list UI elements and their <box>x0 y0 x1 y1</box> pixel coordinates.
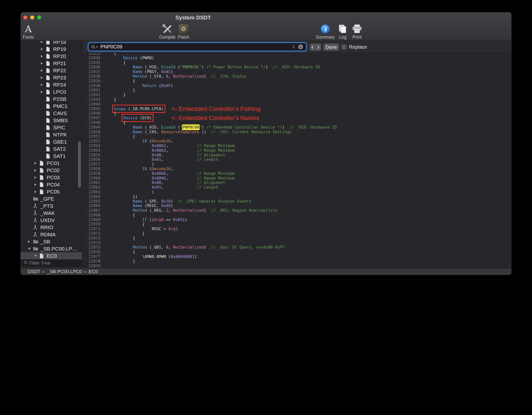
filter-tree-input[interactable] <box>29 260 79 266</box>
sidebar-item-pc03[interactable]: PC03 <box>21 174 82 181</box>
replace-checkbox[interactable] <box>342 44 346 49</box>
close-button[interactable] <box>23 15 27 19</box>
code-line[interactable]: 22972 } <box>82 231 511 236</box>
code-line[interactable]: 22940 Return (0x0F) <box>82 84 511 88</box>
toolbar-print-button[interactable]: Print <box>342 24 372 40</box>
disclosure-triangle-icon[interactable] <box>34 169 39 172</box>
toolbar-fonts-button[interactable]: A Fonts <box>21 24 43 40</box>
sidebar-item-rdma[interactable]: RDMA <box>21 231 82 238</box>
sidebar-item-pmc1[interactable]: PMC1 <box>21 103 82 110</box>
toolbar-patch-button[interactable]: ⚙︎ Patch <box>169 24 198 40</box>
code-line[interactable]: 22954 0x0062, // Range Maximum <box>82 148 511 153</box>
code-line[interactable]: 22957 ) <box>82 162 511 167</box>
find-field[interactable]: 1 × <box>89 43 306 51</box>
sidebar-item-pc05[interactable]: PC05 <box>21 188 82 195</box>
code-line[interactable]: 22978 } <box>82 259 511 264</box>
search-options-icon[interactable] <box>91 44 98 50</box>
code-line[interactable]: 22962 0x01, // Length <box>82 185 511 190</box>
sidebar-item-p2sb[interactable]: P2SB <box>21 95 82 103</box>
sidebar-item-cavs[interactable]: CAVS <box>21 110 82 117</box>
sidebar-item-rp18[interactable]: RP18 <box>21 41 82 45</box>
disclosure-triangle-icon[interactable] <box>41 69 46 72</box>
sidebar-item-lpc0[interactable]: LPC0 <box>21 88 82 95</box>
sidebar-item-_sbpc00lp[interactable]: _SB.PC00.LP… <box>21 245 82 252</box>
code-line[interactable]: 22964 }) <box>82 194 511 199</box>
code-line[interactable]: 22944 <box>82 102 511 107</box>
code-editor[interactable]: 22933 {22934 Device (PWRB)22935 {22936 N… <box>82 53 511 268</box>
code-line[interactable]: 22966 Name (REGC, 0x00) <box>82 204 511 208</box>
disclosure-triangle-icon[interactable] <box>41 62 46 65</box>
breadcrumb-item[interactable]: EC0 <box>89 269 98 274</box>
filter-field[interactable] <box>22 260 81 266</box>
next-match-button[interactable] <box>315 44 321 51</box>
clear-search-icon[interactable]: × <box>298 44 303 49</box>
code-line[interactable]: 22952 IO (Decode16, <box>82 139 511 144</box>
code-line[interactable]: 22979 <box>82 264 511 268</box>
code-line[interactable]: 22958 IO (Decode16, <box>82 167 511 171</box>
sidebar-item-rp22[interactable]: RP22 <box>21 67 82 74</box>
breadcrumb-item[interactable]: _SB.PC00.LPC0 <box>47 269 82 274</box>
disclosure-triangle-icon[interactable] <box>41 84 46 86</box>
code-line[interactable]: 22968 { <box>82 213 511 218</box>
code-line[interactable]: 22945 Scope (_SB.PC00.LPC0)<- Embedded C… <box>82 107 511 111</box>
code-line[interactable]: 22949 Name (_HID, EisaId ("PNP0C09") /* … <box>82 125 511 130</box>
sidebar-item-_pts[interactable]: _PTS <box>21 202 82 209</box>
sidebar-scrollbar[interactable] <box>78 141 81 188</box>
sidebar-item-sat1[interactable]: SAT1 <box>21 152 82 160</box>
code-line[interactable]: 22970 { <box>82 222 511 227</box>
sidebar-item-uxdv[interactable]: UXDV <box>21 217 82 224</box>
sidebar-item-_wak[interactable]: _WAK <box>21 209 82 217</box>
disclosure-triangle-icon[interactable] <box>41 76 46 79</box>
sidebar-item-gbe1[interactable]: GBE1 <box>21 138 82 145</box>
code-line[interactable]: 22942 } <box>82 93 511 97</box>
code-line[interactable]: 22956 0x01, // Length <box>82 157 511 162</box>
disclosure-triangle-icon[interactable] <box>41 48 46 50</box>
code-line[interactable]: 22973 } <box>82 236 511 241</box>
code-line[interactable]: 22948 { <box>82 120 511 125</box>
code-line[interactable]: 22960 0x0066, // Range Maximum <box>82 176 511 181</box>
code-line[interactable]: 22969 If ((Arg0 == 0x03)) <box>82 218 511 222</box>
code-line[interactable]: 22963 ) <box>82 190 511 194</box>
disclosure-triangle-icon[interactable] <box>34 176 39 179</box>
disclosure-triangle-icon[interactable] <box>41 55 46 58</box>
sidebar-item-rrio[interactable]: RRIO <box>21 224 82 231</box>
sidebar-item-rp20[interactable]: RP20 <box>21 53 82 60</box>
sidebar-item-pc04[interactable]: PC04 <box>21 181 82 188</box>
previous-match-button[interactable] <box>310 44 315 51</box>
code-line[interactable]: 22959 0x0066, // Range Minimum <box>82 171 511 176</box>
code-line[interactable]: 22946 { <box>82 111 511 116</box>
code-line[interactable]: 22938 Method (_STA, 0, NotSerialized) //… <box>82 74 511 79</box>
sidebar-item-spic[interactable]: SPIC <box>21 124 82 131</box>
code-line[interactable]: 22977 \AMW0.AMWN (0xA0040001) <box>82 254 511 259</box>
sidebar-item-pc02[interactable]: PC02 <box>21 167 82 174</box>
code-line[interactable]: 22934 Device (PWRB) <box>82 56 511 60</box>
code-line[interactable]: 22974 <box>82 241 511 245</box>
sidebar-item-smbs[interactable]: SMBS <box>21 117 82 124</box>
zoom-button[interactable] <box>37 15 41 19</box>
sidebar-item-rp21[interactable]: RP21 <box>21 60 82 67</box>
sidebar-item-rp23[interactable]: RP23 <box>21 74 82 81</box>
code-line[interactable]: 22935 { <box>82 60 511 65</box>
sidebar-item-_sb[interactable]: _SB <box>21 238 82 245</box>
disclosure-triangle-icon[interactable] <box>34 162 39 164</box>
code-line[interactable]: 22936 Name (_HID, EisaId ("PNP0C0C") /* … <box>82 65 511 70</box>
code-line[interactable]: 22951 { <box>82 134 511 139</box>
code-line[interactable]: 22975 Method (_Q01, 0, NotSerialized) //… <box>82 245 511 250</box>
disclosure-triangle-icon[interactable] <box>28 248 33 250</box>
find-input[interactable] <box>100 43 280 51</box>
disclosure-triangle-icon[interactable] <box>41 41 46 43</box>
sidebar-item-ec0[interactable]: EC0 <box>21 252 82 259</box>
breadcrumb-item[interactable]: DSDT <box>28 269 40 274</box>
code-line[interactable]: 22939 { <box>82 79 511 84</box>
code-line[interactable]: 22971 REGC = Arg1 <box>82 227 511 231</box>
sidebar-item-rp24[interactable]: RP24 <box>21 81 82 88</box>
minimize-button[interactable] <box>30 15 34 19</box>
code-line[interactable]: 22950 Name (_CRS, ResourceTemplate () //… <box>82 130 511 134</box>
code-line[interactable]: 22965 Name (_GPE, 0x16) // _GPE: General… <box>82 199 511 204</box>
disclosure-triangle-icon[interactable] <box>34 255 39 257</box>
code-line[interactable]: 22955 0x00, // Alignment <box>82 153 511 158</box>
sidebar-item-ntpk[interactable]: NTPK <box>21 131 82 138</box>
code-line[interactable]: 22947 Device (EC0)<- Embedded Controller… <box>82 116 511 120</box>
code-line[interactable]: 22953 0x0062, // Range Minimum <box>82 144 511 148</box>
disclosure-triangle-icon[interactable] <box>34 191 39 193</box>
